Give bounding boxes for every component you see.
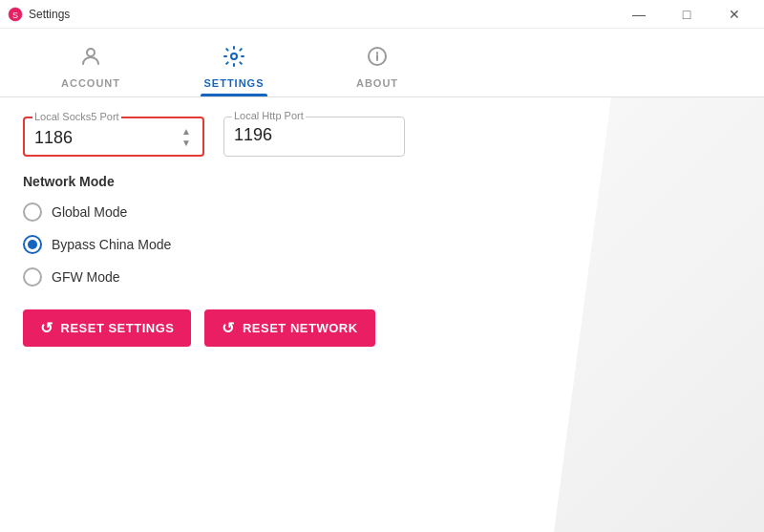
reset-settings-label: RESET SETTINGS [61,321,175,335]
radio-bypass-china-label: Bypass China Mode [52,237,171,252]
radio-global-outer [23,202,42,222]
reset-network-label: RESET NETWORK [243,321,358,335]
minimize-button[interactable]: — [617,0,661,29]
http-port-label: Local Http Port [232,110,306,121]
action-buttons: ↺ RESET SETTINGS ↺ RESET NETWORK [23,309,741,347]
socks5-port-label: Local Socks5 Port [32,111,121,122]
radio-gfw-outer [23,267,42,287]
tab-settings[interactable]: SETTINGS [201,45,267,96]
network-mode-group: Global Mode Bypass China Mode GFW Mode [23,202,741,287]
settings-icon [223,45,245,74]
http-port-field[interactable]: Local Http Port 1196 [223,117,405,157]
tab-account[interactable]: ACCOUNT [57,45,124,96]
tab-settings-label: SETTINGS [203,77,264,89]
tab-bar: ACCOUNT SETTINGS ABOUT [0,29,764,97]
socks5-arrows: ▲ ▼ [180,126,193,149]
maximize-button[interactable]: □ [665,0,709,29]
reset-network-icon: ↺ [222,319,235,337]
reset-settings-button[interactable]: ↺ RESET SETTINGS [23,309,191,347]
radio-global-label: Global Mode [52,204,127,220]
radio-global[interactable]: Global Mode [23,202,741,222]
tab-about[interactable]: ABOUT [344,45,411,96]
titlebar-title: Settings [29,8,70,21]
svg-point-3 [231,53,237,59]
titlebar-left: S Settings [8,7,70,22]
settings-panel: Local Socks5 Port 1186 ▲ ▼ Local Http Po… [0,97,764,532]
socks5-up-arrow[interactable]: ▲ [180,126,193,138]
close-button[interactable]: ✕ [712,0,756,29]
http-port-value: 1196 [234,125,272,145]
network-mode-title: Network Mode [23,174,741,189]
tab-about-label: ABOUT [356,77,398,89]
radio-gfw-label: GFW Mode [52,269,120,285]
radio-bypass-china-inner [28,240,37,249]
titlebar: S Settings — □ ✕ [0,0,764,29]
reset-network-button[interactable]: ↺ RESET NETWORK [204,309,374,347]
radio-bypass-china[interactable]: Bypass China Mode [23,235,741,254]
titlebar-controls: — □ ✕ [617,0,756,29]
radio-gfw[interactable]: GFW Mode [23,267,741,287]
tab-account-label: ACCOUNT [61,77,120,89]
reset-settings-icon: ↺ [40,319,53,337]
account-icon [79,45,102,74]
socks5-down-arrow[interactable]: ▼ [180,138,193,149]
socks5-port-field[interactable]: Local Socks5 Port 1186 ▲ ▼ [23,117,204,157]
svg-text:S: S [12,10,18,19]
radio-bypass-china-outer [23,235,42,254]
socks5-port-value: 1186 [34,128,73,148]
svg-point-2 [87,49,95,56]
socks5-input-row: 1186 ▲ ▼ [34,126,193,149]
app-icon: S [8,7,23,22]
port-row: Local Socks5 Port 1186 ▲ ▼ Local Http Po… [23,117,741,157]
about-icon [366,45,389,74]
content-area: Local Socks5 Port 1186 ▲ ▼ Local Http Po… [0,97,764,532]
http-input-row: 1196 [234,125,394,145]
